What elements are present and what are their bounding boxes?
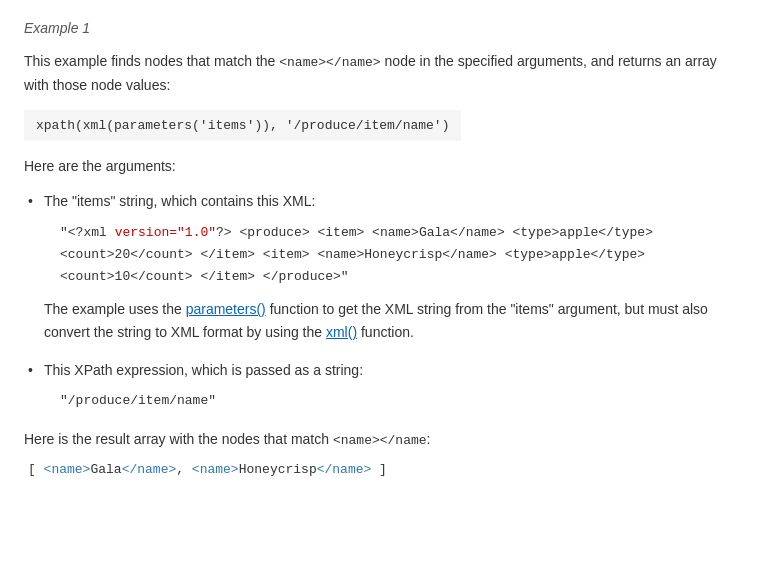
xml-line3: <count>10</count> </item> </produce>" bbox=[60, 266, 735, 288]
desc-text-1: The example uses the bbox=[44, 301, 186, 317]
args-label: Here are the arguments: bbox=[24, 155, 735, 177]
bullet2-intro: This XPath expression, which is passed a… bbox=[44, 362, 363, 378]
bullet-item-2: This XPath expression, which is passed a… bbox=[44, 359, 735, 412]
xml-count-block: <count>20</count> </item> <item> <name>H… bbox=[60, 247, 645, 262]
example-title: Example 1 bbox=[24, 20, 735, 36]
result-comma: , bbox=[176, 462, 192, 477]
description-text: The example uses the parameters() functi… bbox=[44, 298, 735, 343]
result-array-block: [ <name>Gala</name>, <name>Honeycrisp</n… bbox=[28, 462, 735, 477]
result-bracket-close: ] bbox=[371, 462, 387, 477]
desc-text-3: function. bbox=[357, 324, 414, 340]
result-name-tag: <name></name bbox=[333, 433, 427, 448]
parameters-link[interactable]: parameters() bbox=[186, 301, 266, 317]
bullet-item-1: The "items" string, which contains this … bbox=[44, 190, 735, 343]
xpath-code-block: "/produce/item/name" bbox=[60, 391, 735, 412]
result-bracket-open: [ bbox=[28, 462, 44, 477]
result-text: Here is the result array with the nodes … bbox=[24, 428, 735, 452]
xml-line2: <count>20</count> </item> <item> <name>H… bbox=[60, 244, 735, 266]
xml-pi-open: <?xml bbox=[68, 225, 115, 240]
result-name-tag-2: <name> bbox=[192, 462, 239, 477]
xml-produce-open: <produce> <item> <name>Gala</name> <type… bbox=[232, 225, 653, 240]
bullet-list: The "items" string, which contains this … bbox=[24, 190, 735, 413]
result-section: Here is the result array with the nodes … bbox=[24, 428, 735, 477]
xml-count-close: <count>10</count> </item> </produce>" bbox=[60, 269, 349, 284]
main-code-block: xpath(xml(parameters('items')), '/produc… bbox=[24, 110, 461, 141]
bullet1-intro: The "items" string, which contains this … bbox=[44, 193, 315, 209]
xml-quote-open: " bbox=[60, 225, 68, 240]
result-value-1: Gala bbox=[90, 462, 121, 477]
xml-link[interactable]: xml() bbox=[326, 324, 357, 340]
intro-text-1: This example finds nodes that match the bbox=[24, 53, 279, 69]
xpath-value: "/produce/item/name" bbox=[60, 393, 216, 408]
result-value-2: Honeycrisp bbox=[239, 462, 317, 477]
xml-version-attr: version= bbox=[115, 225, 177, 240]
xml-version-value: "1.0" bbox=[177, 225, 216, 240]
result-name-tag-1: <name> bbox=[44, 462, 91, 477]
main-code-text: xpath(xml(parameters('items')), '/produc… bbox=[36, 118, 449, 133]
result-colon: : bbox=[427, 431, 431, 447]
xml-code-block: "<?xml version="1.0"?> <produce> <item> … bbox=[60, 222, 735, 288]
page-content: Example 1 This example finds nodes that … bbox=[24, 20, 735, 477]
intro-code-name-tag: <name></name> bbox=[279, 55, 380, 70]
xml-pi-close: ?> bbox=[216, 225, 232, 240]
result-name-tag-close-2: </name> bbox=[317, 462, 372, 477]
result-name-tag-close-1: </name> bbox=[122, 462, 177, 477]
intro-text: This example finds nodes that match the … bbox=[24, 50, 735, 96]
xml-line1: "<?xml version="1.0"?> <produce> <item> … bbox=[60, 222, 735, 244]
result-text-1: Here is the result array with the nodes … bbox=[24, 431, 333, 447]
